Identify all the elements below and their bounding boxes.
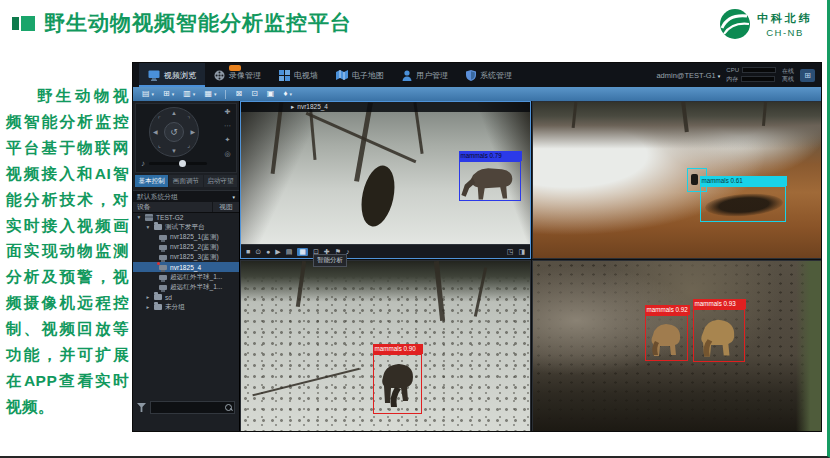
- slider-thumb[interactable]: [179, 160, 186, 167]
- tree-row-camera[interactable]: nvr1825_1(监测): [133, 232, 239, 242]
- grid-3x3-button[interactable]: ▥▾: [183, 87, 195, 101]
- tree-row-folder[interactable]: ▸未分组: [133, 302, 239, 312]
- tab-live-view[interactable]: 视频浏览: [139, 63, 205, 87]
- chevron-down-icon: ▾: [718, 73, 721, 79]
- video-tile-1[interactable]: ▸ nvr1825_4 mammals 0.79: [240, 101, 531, 259]
- ptz-up-left-icon[interactable]: ⌜: [158, 116, 161, 122]
- tab-image-adjust[interactable]: 画面调节: [169, 175, 202, 187]
- animal-silhouette: [695, 314, 741, 360]
- user-dropdown[interactable]: admin@TEST-G1 ▾: [656, 71, 720, 80]
- ptz-right-icon[interactable]: ▶: [190, 129, 195, 135]
- grid-2x2-button[interactable]: ⊞▾: [163, 87, 174, 101]
- stop-icon[interactable]: ■: [246, 248, 250, 255]
- tree-label: sd: [165, 294, 172, 301]
- logo-text: 中科北纬 CH-NB: [757, 11, 813, 38]
- filter-icon[interactable]: [137, 403, 146, 412]
- tab-recording[interactable]: 录像管理: [205, 63, 270, 87]
- ptz-up-icon[interactable]: ▲: [171, 110, 177, 116]
- camera-icon: [159, 245, 167, 250]
- playback-icon[interactable]: ▶: [275, 248, 280, 256]
- tile-fullscreen-icon[interactable]: ◳: [507, 248, 514, 256]
- tree-row-camera-selected[interactable]: nvr1825_4: [133, 262, 239, 272]
- tree-row-server[interactable]: ▾TEST-G2: [133, 212, 239, 222]
- snapshot-icon[interactable]: ⊙: [255, 248, 261, 256]
- tree-row-camera[interactable]: 超远红外半球_1...: [133, 282, 239, 292]
- tree-trunk: [572, 102, 578, 128]
- tree-row-camera[interactable]: nvr1825_3(监测): [133, 252, 239, 262]
- ptz-down-left-icon[interactable]: ⌞: [158, 142, 161, 148]
- tree-label: 超远红外半球_1...: [170, 273, 222, 282]
- ptz-down-right-icon[interactable]: ⌟: [187, 142, 190, 148]
- smart-analysis-icon[interactable]: ▦: [297, 248, 308, 256]
- detection-box-mammal: mammals 0.93: [693, 309, 745, 362]
- snapshot-all-button[interactable]: ▣: [267, 87, 275, 101]
- tile-more-icon[interactable]: ◨: [518, 248, 525, 256]
- search-input[interactable]: [150, 401, 235, 414]
- video-feed-dirt-slope: mammals 0.61: [533, 102, 822, 258]
- fullscreen-button[interactable]: ⊡: [251, 87, 258, 101]
- toolbar-separator: [225, 90, 226, 99]
- zoom-icon[interactable]: ✚: [224, 108, 231, 116]
- tab-system-management[interactable]: 系统管理: [457, 63, 521, 87]
- stream-icon[interactable]: ▤: [286, 248, 293, 256]
- tab-label: 用户管理: [416, 70, 448, 81]
- layout-select-button[interactable]: ▤▾: [142, 87, 154, 101]
- close-all-button[interactable]: ⊠: [235, 87, 242, 101]
- speed-slider[interactable]: [149, 162, 207, 165]
- ptz-side-icons: ✚ ⋯ ✦ ◎: [224, 108, 231, 158]
- detection-box-mammal: mammals 0.90: [373, 354, 422, 414]
- record-icon[interactable]: ●: [266, 248, 270, 255]
- tree-search-row: [137, 401, 235, 414]
- tab-user-management[interactable]: 用户管理: [393, 63, 457, 87]
- tab-label: 系统管理: [480, 70, 512, 81]
- expander-icon[interactable]: ▾: [145, 224, 151, 230]
- logo-name: 中科北纬: [757, 11, 813, 26]
- memory-meter: 内存: [726, 75, 776, 84]
- ptz-home-button[interactable]: ↺: [164, 122, 184, 142]
- tree-label: nvr1825_4: [170, 264, 201, 271]
- tree-label: TEST-G2: [156, 214, 183, 221]
- wiper-icon[interactable]: ✦: [224, 136, 231, 144]
- online-label: 在线: [782, 67, 794, 75]
- expander-icon[interactable]: ▸: [145, 294, 151, 300]
- video-feed-snow-ground: mammals 0.90: [241, 261, 530, 431]
- tab-label: 录像管理: [229, 70, 261, 81]
- tree-trunk: [762, 102, 767, 126]
- tree-trunk: [474, 267, 487, 317]
- description-paragraph: 野生动物视频智能分析监控平台基于物联网视频接入和AI智能分析技术，对实时接入视频…: [6, 83, 129, 420]
- more-dots-icon[interactable]: ⋯: [224, 122, 231, 130]
- ptz-up-right-icon[interactable]: ⌝: [187, 116, 190, 122]
- camera-icon: [159, 255, 167, 260]
- preset-icon[interactable]: ◎: [224, 150, 231, 158]
- alarm-button[interactable]: ♦▾: [283, 87, 292, 101]
- header-device[interactable]: 设备: [133, 202, 213, 212]
- mic-icon[interactable]: ♪: [141, 159, 145, 168]
- tab-tv-wall[interactable]: 电视墙: [270, 63, 327, 87]
- video-grid: ▸ nvr1825_4 mammals 0.79: [240, 101, 821, 431]
- video-tile-2[interactable]: mammals 0.61: [532, 101, 822, 259]
- grass-band: [796, 261, 822, 431]
- tree-row-camera[interactable]: 超远红外半球_1...: [133, 272, 239, 282]
- tab-guard[interactable]: 启动守望: [204, 175, 237, 187]
- tree-row-folder[interactable]: ▾测试下发平台: [133, 222, 239, 232]
- channel-icon: ▸: [291, 102, 294, 112]
- detection-box-mammal: mammals 0.92: [645, 315, 688, 361]
- tab-emap[interactable]: 电子地图: [327, 63, 393, 87]
- expander-icon[interactable]: ▸: [145, 304, 151, 310]
- tab-basic-control[interactable]: 基本控制: [135, 175, 168, 187]
- group-select-value: 默认系统分组: [137, 192, 178, 202]
- tree-row-folder[interactable]: ▸sd: [133, 292, 239, 302]
- search-icon[interactable]: [225, 404, 232, 411]
- ptz-down-icon[interactable]: ▼: [171, 148, 177, 154]
- chevron-down-icon: ▾: [214, 87, 217, 101]
- video-tile-3[interactable]: mammals 0.90: [240, 260, 531, 432]
- custom-layout-button[interactable]: ▦▾: [204, 87, 216, 101]
- header-view[interactable]: 视图: [213, 202, 239, 212]
- ptz-left-icon[interactable]: ◀: [153, 129, 158, 135]
- layout-grid-button[interactable]: ⊞: [800, 69, 815, 82]
- video-tile-4[interactable]: mammals 0.92 mammals 0.93: [532, 260, 822, 432]
- company-logo: 中科北纬 CH-NB: [718, 7, 813, 41]
- ptz-pad[interactable]: ▲ ▼ ◀ ▶ ⌜ ⌝ ⌞ ⌟ ↺: [149, 107, 199, 157]
- tree-row-camera[interactable]: nvr1825_2(监测): [133, 242, 239, 252]
- expander-icon[interactable]: ▾: [136, 214, 142, 220]
